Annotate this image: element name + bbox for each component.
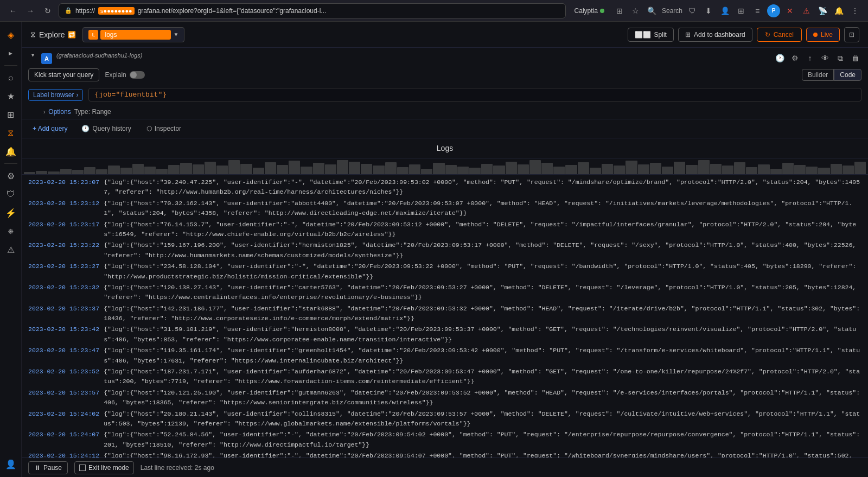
chart-bar — [638, 164, 649, 174]
share-icon[interactable]: 🔁 — [68, 31, 76, 39]
chart-bar — [529, 160, 541, 174]
query-history-label: Query history — [92, 125, 131, 132]
chart-bar — [385, 162, 397, 174]
exit-live-checkbox — [79, 465, 86, 471]
log-content: {"log":{"host":"76.14.153.7", "user-iden… — [104, 220, 861, 240]
chart-bar — [156, 169, 168, 174]
chart-bar — [168, 165, 180, 174]
menu-icon[interactable]: ≡ — [751, 4, 764, 17]
sidebar-icon-admin[interactable]: 🛡 — [2, 186, 20, 203]
log-timestamp: 2023-02-20 15:23:37 — [28, 304, 99, 324]
sidebar-icon-plugins[interactable]: ⚡ — [2, 204, 20, 221]
query-delete-icon[interactable]: 🗑 — [850, 52, 861, 64]
chart-bar — [854, 162, 866, 174]
chart-bar — [578, 162, 589, 174]
builder-button[interactable]: Builder — [802, 69, 834, 81]
sidebar-icon-alerting[interactable]: 🔔 — [2, 143, 20, 160]
log-content: {"log":{"host":"234.58.128.104", "user-i… — [104, 262, 861, 282]
sidebar-icon-starred[interactable]: ★ — [2, 87, 20, 105]
favorites-icon[interactable]: ☆ — [629, 4, 642, 17]
query-input-field[interactable]: {job="fluentbit"} — [88, 88, 861, 101]
chart-bar — [421, 169, 432, 174]
log-content: {"log":{"host":"159.167.196.200", "user-… — [104, 240, 861, 260]
sidebar-icon-explore[interactable]: ⧖ — [2, 124, 20, 142]
chart-bar — [469, 168, 481, 174]
options-row[interactable]: › Options Type: Range — [22, 106, 868, 119]
pause-label: Pause — [43, 464, 62, 472]
fullscreen-button[interactable]: ⊡ — [844, 27, 859, 42]
query-duplicate-icon[interactable]: ⧉ — [834, 52, 846, 64]
sidebar-icon-grafana-logo[interactable]: ◈ — [2, 26, 20, 43]
explain-toggle[interactable] — [130, 71, 145, 79]
chart-bar — [373, 166, 384, 174]
sidebar-icon-profile[interactable]: 👤 — [2, 455, 20, 473]
label-browser-button[interactable]: Label browser › — [28, 89, 83, 101]
grid-icon[interactable]: ⊞ — [735, 4, 748, 17]
datasource-name-input[interactable] — [100, 30, 171, 40]
chart-bar — [205, 162, 216, 174]
more-icon[interactable]: ⋮ — [848, 4, 861, 17]
logs-content[interactable]: 2023-02-20 15:23:07 {"log":{"host":"39.2… — [22, 175, 868, 457]
kick-start-button[interactable]: Kick start your query — [28, 68, 99, 81]
address-bar[interactable]: 🔒 https:// s●●●●●●●● grafana.net/explore… — [59, 3, 566, 18]
toggle-knob — [130, 72, 137, 78]
search-browser-icon[interactable]: 🔍 — [646, 4, 659, 17]
query-history-tab[interactable]: 🕐 Query history — [76, 123, 136, 135]
account-icon[interactable]: 👤 — [718, 4, 731, 17]
log-line: 2023-02-20 15:24:07 {"log":{"host":"52.2… — [22, 429, 868, 450]
cancel-button[interactable]: ↻ Cancel — [757, 28, 802, 42]
extensions-icon[interactable]: ⊞ — [613, 4, 626, 17]
back-button[interactable]: ← — [7, 4, 20, 17]
notifications-icon[interactable]: 🔔 — [832, 4, 845, 17]
download-icon[interactable]: ⬇ — [702, 4, 715, 17]
live-dot — [813, 33, 818, 37]
sidebar-icon-incident[interactable]: ⚠ — [2, 241, 20, 258]
live-button[interactable]: Live — [806, 28, 840, 42]
chart-bar — [108, 166, 119, 174]
options-chevron: › — [43, 109, 45, 115]
query-settings-icon[interactable]: ⚙ — [789, 52, 801, 64]
pause-button[interactable]: ⏸ Pause — [28, 461, 68, 474]
chart-bar — [457, 167, 469, 174]
calyptia-user-button[interactable]: Calyptia — [570, 6, 609, 16]
label-browser-row: Label browser › {job="fluentbit"} — [22, 86, 868, 106]
query-time-icon[interactable]: 🕐 — [774, 52, 786, 64]
query-upload-icon[interactable]: ↑ — [804, 52, 816, 64]
dashboard-icon: ⊞ — [685, 31, 691, 39]
query-eye-icon[interactable]: 👁 — [819, 52, 831, 64]
shield-icon[interactable]: 🛡 — [686, 4, 699, 17]
close-icon[interactable]: ✕ — [783, 4, 796, 17]
split-button[interactable]: ⬜⬜ Split — [628, 28, 674, 42]
exit-live-button[interactable]: Exit live mode — [74, 461, 134, 474]
chart-bar — [518, 164, 529, 174]
query-toolbar: + Add query 🕐 Query history ⬡ Inspector — [22, 119, 868, 138]
profile-button[interactable]: P — [767, 4, 780, 17]
bottom-bar: ⏸ Pause Exit live mode Last line receive… — [22, 457, 868, 477]
datasource-selector[interactable]: L ▼ — [82, 27, 184, 42]
forward-button[interactable]: → — [24, 4, 37, 17]
chart-bar — [325, 164, 336, 174]
sidebar-icon-config[interactable]: ⚙ — [2, 167, 20, 185]
sidebar-icon-dashboards[interactable]: ⊞ — [2, 106, 20, 123]
refresh-button[interactable]: ↻ — [41, 4, 54, 17]
add-to-dashboard-button[interactable]: ⊞ Add to dashboard — [678, 28, 752, 42]
query-collapse-chevron[interactable]: ▾ — [28, 52, 37, 58]
log-timestamp: 2023-02-20 15:23:32 — [28, 283, 99, 303]
add-query-label: + Add query — [33, 125, 67, 132]
sidebar-icon-kubernetes[interactable]: ⎈ — [2, 222, 20, 240]
warning-icon[interactable]: ⚠ — [800, 4, 813, 17]
code-button[interactable]: Code — [834, 69, 861, 81]
sidebar-icon-collapse[interactable]: ► — [2, 44, 20, 62]
url-prefix: https:// — [75, 7, 95, 15]
chart-bars — [22, 158, 868, 174]
chart-bar — [24, 172, 35, 174]
sidebar-icon-search[interactable]: ⌕ — [2, 69, 20, 86]
inspector-tab[interactable]: ⬡ Inspector — [141, 123, 187, 135]
chart-bar — [397, 167, 409, 174]
broadcast-icon[interactable]: 📡 — [816, 4, 829, 17]
query-history-icon: 🕐 — [81, 125, 90, 132]
log-line: 2023-02-20 15:23:12 {"log":{"host":"70.3… — [22, 198, 868, 219]
chart-bar — [698, 160, 710, 174]
query-controls-row: Kick start your query Explain Builder Co… — [22, 68, 868, 86]
add-query-button[interactable]: + Add query — [28, 123, 72, 135]
